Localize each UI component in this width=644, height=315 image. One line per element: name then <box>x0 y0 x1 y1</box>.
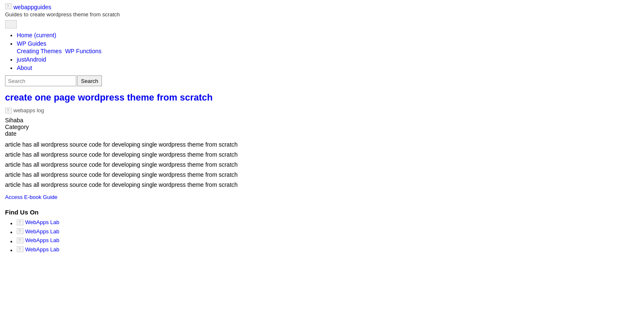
search-input[interactable] <box>5 75 76 86</box>
social-link-item-1: WebApps Lab <box>17 219 639 227</box>
nav-label-home: Home (current) <box>17 32 56 39</box>
nav-toggle-button[interactable] <box>5 20 17 28</box>
post-paragraph-1: article has all wordpress source code fo… <box>5 141 639 148</box>
nav-link-about[interactable]: About <box>17 65 32 71</box>
nav-label-justAndroid: justAndroid <box>17 56 46 63</box>
post-thumbnail: webapps log <box>5 107 44 114</box>
nav-link-creating-themes[interactable]: Creating Themes <box>17 48 62 54</box>
nav-link-wpguides[interactable]: WP Guides <box>17 40 47 47</box>
social-label-3: WebApps Lab <box>25 237 59 243</box>
post-title: create one page wordpress theme from scr… <box>5 92 639 103</box>
nav-item-wpguides: WP Guides Creating Themes WP Functions <box>17 40 639 54</box>
social-link-3[interactable]: WebApps Lab <box>17 237 59 243</box>
nav-submenu-wpguides: Creating Themes WP Functions <box>17 48 639 54</box>
nav-label-creating-themes: Creating Themes <box>17 48 62 54</box>
search-button[interactable]: Search <box>77 75 102 86</box>
social-link-4[interactable]: WebApps Lab <box>17 246 59 253</box>
broken-image-social-1 <box>17 219 23 225</box>
social-link-2[interactable]: WebApps Lab <box>17 228 59 235</box>
site-header: webappguides Guides to create wordpress … <box>5 3 639 18</box>
find-us-title: Find Us On <box>5 209 639 216</box>
social-link-item-2: WebApps Lab <box>17 228 639 236</box>
nav-subitem-wp-functions: WP Functions <box>65 48 101 54</box>
nav-link-justAndroid[interactable]: justAndroid <box>17 56 46 63</box>
post-paragraph-3: article has all wordpress source code fo… <box>5 161 639 168</box>
nav-list: Home (current) WP Guides Creating Themes… <box>5 32 639 71</box>
broken-image-social-2 <box>17 228 23 234</box>
post-date: date <box>5 130 639 137</box>
nav-link-wp-functions[interactable]: WP Functions <box>65 48 101 54</box>
social-label-4: WebApps Lab <box>25 246 59 253</box>
post-title-link[interactable]: create one page wordpress theme from scr… <box>5 92 213 103</box>
social-link-item-3: WebApps Lab <box>17 237 639 245</box>
post-thumbnail-alt: webapps log <box>13 107 44 114</box>
post-author: Sihaba <box>5 117 639 124</box>
social-links-list: WebApps Lab WebApps Lab WebApps Lab WebA… <box>5 219 639 253</box>
nav-label-about: About <box>17 65 32 71</box>
broken-image-social-3 <box>17 238 23 243</box>
search-form: Search <box>5 75 639 86</box>
main-nav: Home (current) WP Guides Creating Themes… <box>5 32 639 71</box>
site-title-link[interactable]: webappguides <box>5 3 51 10</box>
site-title: webappguides <box>13 4 51 10</box>
post-paragraph-5: article has all wordpress source code fo… <box>5 181 639 188</box>
social-label-2: WebApps Lab <box>25 228 59 235</box>
read-more-link[interactable]: Access E-book Guide <box>5 194 57 200</box>
nav-label-wp-functions: WP Functions <box>65 48 101 54</box>
social-link-item-4: WebApps Lab <box>17 246 639 254</box>
nav-label-wpguides: WP Guides <box>17 40 47 47</box>
find-us-section: Find Us On WebApps Lab WebApps Lab WebAp… <box>5 209 639 253</box>
nav-item-justAndroid: justAndroid <box>17 56 639 63</box>
nav-item-home: Home (current) <box>17 32 639 39</box>
social-link-1[interactable]: WebApps Lab <box>17 219 59 225</box>
social-label-1: WebApps Lab <box>25 219 59 225</box>
nav-subitem-creating-themes: Creating Themes <box>17 48 62 54</box>
post-paragraph-4: article has all wordpress source code fo… <box>5 171 639 178</box>
post-paragraph-2: article has all wordpress source code fo… <box>5 151 639 158</box>
nav-link-home[interactable]: Home (current) <box>17 32 56 39</box>
broken-image-site <box>5 3 12 9</box>
nav-item-about: About <box>17 65 639 71</box>
post-meta: Sihaba Category date <box>5 117 639 137</box>
post-title-text: create one page wordpress theme from scr… <box>5 92 213 103</box>
broken-image-social-4 <box>17 246 23 252</box>
read-more-label: Access E-book Guide <box>5 194 57 200</box>
site-tagline: Guides to create wordpress theme from sc… <box>5 11 639 18</box>
post-category: Category <box>5 124 639 130</box>
post-content: article has all wordpress source code fo… <box>5 141 639 188</box>
broken-image-post <box>5 108 12 114</box>
search-button-label: Search <box>81 78 98 84</box>
